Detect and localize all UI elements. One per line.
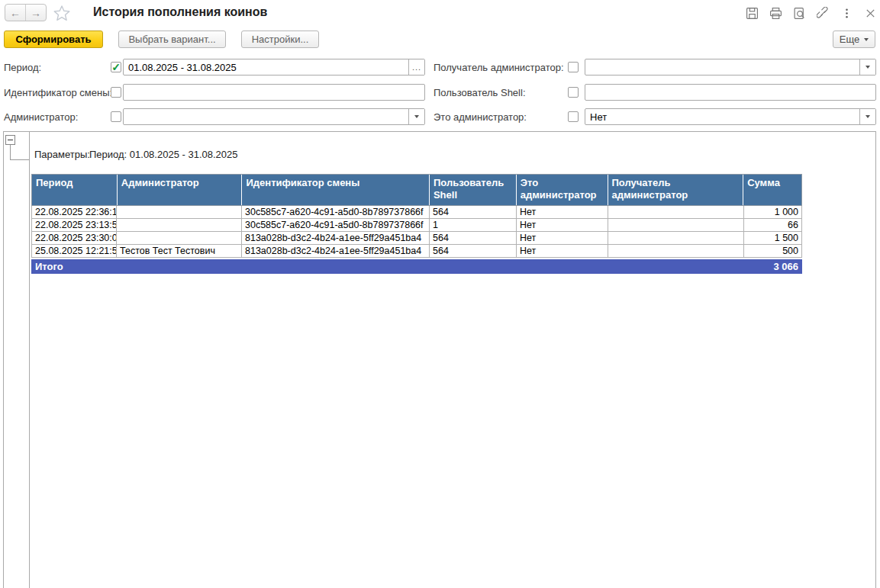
cell-administrator[interactable] xyxy=(117,232,242,245)
cell-shell-user[interactable]: 564 xyxy=(430,206,517,219)
table-row: 22.08.2025 23:30:01 813a028b-d3c2-4b24-a… xyxy=(31,232,802,245)
cell-period[interactable]: 22.08.2025 22:36:19 xyxy=(31,206,117,219)
cell-shift-id[interactable]: 30c585c7-a620-4c91-a5d0-8b789737866f xyxy=(242,219,430,232)
table-row: 25.08.2025 12:21:57 Тестов Тест Тестович… xyxy=(31,245,802,258)
cell-shell-user[interactable]: 564 xyxy=(430,232,517,245)
cell-is-admin[interactable]: Нет xyxy=(517,232,608,245)
cell-administrator[interactable] xyxy=(117,219,242,232)
shell-user-filter-checkbox[interactable] xyxy=(568,87,579,98)
cell-recipient-admin[interactable] xyxy=(608,206,744,219)
back-button[interactable]: ← xyxy=(5,5,25,21)
table-header-row: Период Администратор Идентификатор смены… xyxy=(32,175,801,205)
cell-is-admin[interactable]: Нет xyxy=(517,219,608,232)
shell-user-filter-label: Пользователь Shell: xyxy=(434,87,526,98)
column-header-is-admin: Это администратор xyxy=(517,175,608,205)
administrator-filter-label: Администратор: xyxy=(4,111,78,123)
column-header-recipient-admin: Получатель администратор xyxy=(608,175,744,205)
dropdown-button[interactable] xyxy=(408,109,424,124)
column-header-shell-user: Пользователь Shell xyxy=(430,175,517,205)
cell-sum[interactable]: 66 xyxy=(744,219,802,232)
more-button-label: Еще xyxy=(840,34,859,45)
is-admin-filter-select[interactable]: Нет xyxy=(585,108,876,125)
close-icon[interactable] xyxy=(863,6,877,20)
cell-is-admin[interactable]: Нет xyxy=(517,245,608,258)
column-header-shift-id: Идентификатор смены xyxy=(242,175,430,205)
shell-user-filter-input[interactable] xyxy=(585,84,876,101)
recipient-admin-filter-checkbox[interactable] xyxy=(568,62,579,72)
titlebar-actions xyxy=(745,6,877,20)
is-admin-filter-checkbox[interactable] xyxy=(568,111,579,122)
recipient-admin-filter-label: Получатель администратор: xyxy=(434,62,564,73)
forward-button[interactable]: → xyxy=(25,5,46,21)
shift-id-filter-checkbox[interactable] xyxy=(111,87,121,98)
dropdown-button[interactable] xyxy=(859,59,875,75)
cell-sum[interactable]: 500 xyxy=(744,245,802,258)
chevron-down-icon xyxy=(865,66,870,69)
page-title: История пополнения коинов xyxy=(93,5,267,19)
forward-arrow-icon: → xyxy=(31,7,41,19)
cell-period[interactable]: 22.08.2025 23:30:01 xyxy=(31,232,117,245)
generate-report-button[interactable]: Сформировать xyxy=(4,31,103,48)
cell-sum[interactable]: 1 500 xyxy=(744,232,802,245)
link-icon[interactable] xyxy=(816,6,830,20)
print-icon[interactable] xyxy=(769,6,782,20)
cell-shift-id[interactable]: 813a028b-d3c2-4b24-a1ee-5ff29a451ba4 xyxy=(242,245,430,258)
period-filter-input[interactable]: 01.08.2025 - 31.08.2025 ... xyxy=(123,59,425,76)
total-label: Итого xyxy=(31,259,744,274)
chevron-down-icon xyxy=(414,115,419,118)
grouping-gutter-border xyxy=(29,131,30,588)
cell-recipient-admin[interactable] xyxy=(608,232,744,245)
favorite-star-icon[interactable] xyxy=(53,4,71,22)
shift-id-filter-label: Идентификатор смены: xyxy=(4,87,112,98)
cell-shift-id[interactable]: 813a028b-d3c2-4b24-a1ee-5ff29a451ba4 xyxy=(242,232,430,245)
cell-recipient-admin[interactable] xyxy=(608,219,744,232)
cell-period[interactable]: 22.08.2025 23:13:58 xyxy=(31,219,117,232)
settings-button[interactable]: Настройки... xyxy=(241,31,319,48)
nav-history-group: ← → xyxy=(5,4,47,21)
period-filter-value: 01.08.2025 - 31.08.2025 xyxy=(124,62,408,73)
back-arrow-icon: ← xyxy=(10,7,21,19)
cell-shift-id[interactable]: 30c585c7-a620-4c91-a5d0-8b789737866f xyxy=(242,206,430,219)
report-table: Период Администратор Идентификатор смены… xyxy=(31,174,802,274)
report-area-right-border xyxy=(875,131,876,588)
chevron-down-icon xyxy=(864,38,869,41)
period-picker-button[interactable]: ... xyxy=(408,59,424,75)
table-row: 22.08.2025 23:13:58 30c585c7-a620-4c91-a… xyxy=(31,219,802,232)
cell-is-admin[interactable]: Нет xyxy=(517,206,608,219)
cell-period[interactable]: 25.08.2025 12:21:57 xyxy=(31,245,117,258)
kebab-menu-icon[interactable] xyxy=(840,6,853,20)
administrator-filter-checkbox[interactable] xyxy=(111,111,121,122)
chevron-down-icon xyxy=(865,115,870,118)
column-header-period: Период xyxy=(32,175,118,205)
choose-variant-button[interactable]: Выбрать вариант... xyxy=(118,31,226,48)
report-area-top-border xyxy=(3,131,876,132)
total-sum: 3 066 xyxy=(744,259,802,274)
column-header-sum: Сумма xyxy=(743,175,801,205)
tree-line xyxy=(10,159,29,160)
print-preview-icon[interactable] xyxy=(792,6,806,20)
check-mark-icon: ✓ xyxy=(111,63,121,72)
recipient-admin-filter-select[interactable] xyxy=(585,59,876,76)
cell-recipient-admin[interactable] xyxy=(608,245,744,258)
save-icon[interactable] xyxy=(745,6,759,20)
parameters-label: Параметры: xyxy=(34,149,90,160)
cell-administrator[interactable]: Тестов Тест Тестович xyxy=(117,245,242,258)
cell-shell-user[interactable]: 564 xyxy=(430,245,517,258)
group-collapse-button[interactable] xyxy=(5,135,15,145)
cell-sum[interactable]: 1 000 xyxy=(744,206,802,219)
cell-shell-user[interactable]: 1 xyxy=(430,219,517,232)
total-row[interactable]: Итого 3 066 xyxy=(31,259,802,274)
is-admin-filter-label: Это администратор: xyxy=(434,111,527,123)
column-header-administrator: Администратор xyxy=(118,175,243,205)
dropdown-button[interactable] xyxy=(859,109,875,124)
is-admin-filter-value: Нет xyxy=(585,111,859,123)
tree-line xyxy=(10,145,11,159)
administrator-filter-select[interactable] xyxy=(123,108,425,125)
period-filter-label: Период: xyxy=(4,62,41,73)
minus-icon xyxy=(8,140,13,140)
shift-id-filter-input[interactable] xyxy=(123,84,425,101)
more-button[interactable]: Еще xyxy=(833,31,875,48)
period-filter-checkbox[interactable]: ✓ xyxy=(111,62,121,72)
cell-administrator[interactable] xyxy=(117,206,242,219)
report-area-left-border xyxy=(3,131,4,588)
